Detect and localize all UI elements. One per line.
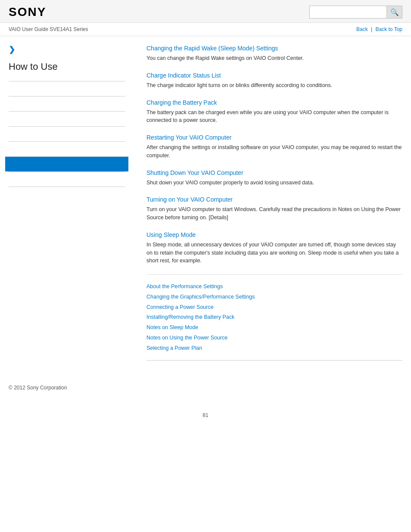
sidebar-item-5[interactable] <box>5 156 128 171</box>
nav-links: Back | Back to Top <box>356 26 402 32</box>
related-links: About the Performance SettingsChanging t… <box>146 274 402 353</box>
sidebar-item-2[interactable] <box>9 111 125 126</box>
sidebar-item-0[interactable] <box>9 81 125 96</box>
related-link-6[interactable]: Selecting a Power Plan <box>146 343 402 354</box>
section-6: Using Sleep ModeIn Sleep mode, all unnec… <box>146 231 402 265</box>
section-0: Changing the Rapid Wake (Sleep Mode) Set… <box>146 45 402 62</box>
sidebar-item-3[interactable] <box>9 126 125 141</box>
section-title-4[interactable]: Shutting Down Your VAIO Computer <box>146 169 402 176</box>
search-button[interactable]: 🔍 <box>387 6 402 19</box>
sidebar-item-6[interactable] <box>9 171 125 187</box>
section-title-2[interactable]: Charging the Battery Pack <box>146 99 402 106</box>
sidebar-item-1[interactable] <box>9 96 125 111</box>
section-body-3: After changing the settings or installin… <box>146 143 402 160</box>
related-link-1[interactable]: Changing the Graphics/Performance Settin… <box>146 292 402 302</box>
search-icon: 🔍 <box>390 8 399 16</box>
section-body-4: Shut down your VAIO computer properly to… <box>146 179 402 187</box>
search-box: 🔍 <box>309 6 402 19</box>
back-to-top-link[interactable]: Back to Top <box>376 26 402 32</box>
section-title-5[interactable]: Turning on Your VAIO Computer <box>146 196 402 203</box>
copyright: © 2012 Sony Corporation <box>9 385 67 391</box>
section-5: Turning on Your VAIO ComputerTurn on you… <box>146 196 402 222</box>
page-number: 81 <box>0 412 411 427</box>
section-body-1: The charge indicator light turns on or b… <box>146 81 402 90</box>
nav-separator: | <box>371 26 372 32</box>
main-content: ❯ How to Use Changing the Rapid Wake (Sl… <box>0 36 411 376</box>
back-link[interactable]: Back <box>356 26 368 32</box>
section-1: Charge Indicator Status ListThe charge i… <box>146 72 402 90</box>
related-link-2[interactable]: Connecting a Power Source <box>146 302 402 313</box>
related-link-3[interactable]: Installing/Removing the Battery Pack <box>146 312 402 323</box>
sidebar-item-4[interactable] <box>9 141 125 156</box>
section-2: Charging the Battery PackThe battery pac… <box>146 99 402 125</box>
bottom-divider <box>146 360 402 361</box>
section-4: Shutting Down Your VAIO ComputerShut dow… <box>146 169 402 187</box>
section-body-0: You can change the Rapid Wake settings o… <box>146 54 402 62</box>
search-input[interactable] <box>309 6 387 19</box>
related-link-4[interactable]: Notes on Sleep Mode <box>146 323 402 333</box>
section-title-3[interactable]: Restarting Your VAIO Computer <box>146 134 402 141</box>
section-title-1[interactable]: Charge Indicator Status List <box>146 72 402 79</box>
sections-container: Changing the Rapid Wake (Sleep Mode) Set… <box>146 45 402 265</box>
section-3: Restarting Your VAIO ComputerAfter chang… <box>146 134 402 160</box>
related-link-5[interactable]: Notes on Using the Power Source <box>146 333 402 343</box>
sony-logo: SONY <box>9 5 46 19</box>
sidebar-items <box>9 81 125 187</box>
sidebar-arrow[interactable]: ❯ <box>9 45 125 54</box>
footer: © 2012 Sony Corporation <box>0 376 411 399</box>
section-title-0[interactable]: Changing the Rapid Wake (Sleep Mode) Set… <box>146 45 402 52</box>
guide-title: VAIO User Guide SVE14A1 Series <box>9 26 88 32</box>
section-title-6[interactable]: Using Sleep Mode <box>146 231 402 238</box>
section-body-2: The battery pack can be charged even whi… <box>146 109 402 125</box>
sidebar-title: How to Use <box>9 61 125 72</box>
sub-header: VAIO User Guide SVE14A1 Series Back | Ba… <box>0 23 411 36</box>
links-container: About the Performance SettingsChanging t… <box>146 282 402 353</box>
section-body-6: In Sleep mode, all unnecessary devices o… <box>146 241 402 265</box>
page-header: SONY 🔍 <box>0 0 411 23</box>
section-body-5: Turn on your VAIO computer to start Wind… <box>146 205 402 222</box>
content-area: Changing the Rapid Wake (Sleep Mode) Set… <box>134 45 402 367</box>
related-link-0[interactable]: About the Performance Settings <box>146 282 402 292</box>
sidebar: ❯ How to Use <box>9 45 134 367</box>
